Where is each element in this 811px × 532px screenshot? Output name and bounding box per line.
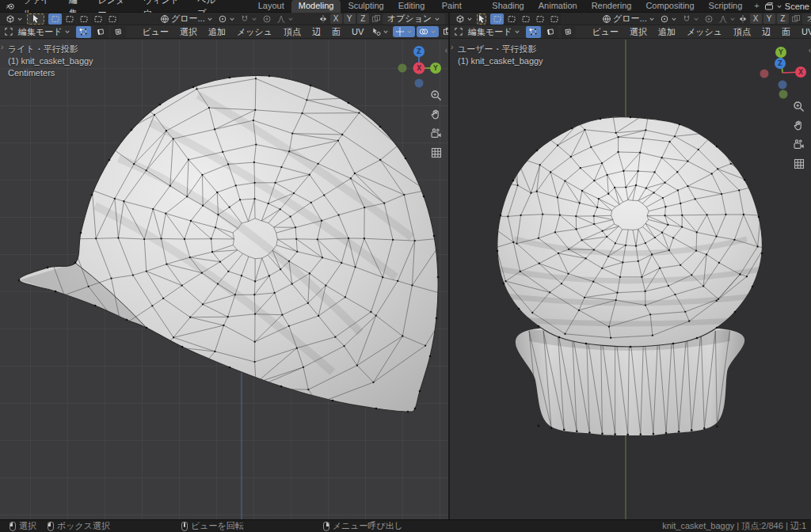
- header-menu-5[interactable]: 辺: [756, 25, 776, 39]
- header-menu-6[interactable]: 面: [776, 25, 796, 39]
- viewport-left-canvas[interactable]: ライト・平行投影 (1) knit_casket_baggy Centimete…: [0, 40, 448, 519]
- vertex-select-button[interactable]: [76, 26, 91, 38]
- snap-toggle[interactable]: [238, 13, 260, 25]
- sidebar-expand-arrow[interactable]: ‹: [445, 46, 447, 55]
- editor-type-button[interactable]: [3, 13, 25, 25]
- workspace-tab-1[interactable]: Modeling: [291, 0, 341, 13]
- select-intersect-button[interactable]: [105, 13, 119, 25]
- header-menu-2[interactable]: 追加: [653, 25, 681, 39]
- edge-select-button[interactable]: [543, 26, 558, 38]
- workspace-tab-4[interactable]: Texture Paint: [435, 0, 485, 13]
- header-menu-0[interactable]: ビュー: [137, 25, 175, 39]
- mirror-axis-button-1[interactable]: Y: [344, 13, 356, 24]
- navigation-gizmo[interactable]: Y Z X: [756, 41, 808, 101]
- header-menu-7[interactable]: UV: [346, 25, 369, 39]
- add-workspace-button[interactable]: +: [749, 0, 763, 12]
- pivot-point-dropdown[interactable]: [215, 13, 238, 25]
- mirror-axis-button-1[interactable]: Y: [763, 13, 775, 24]
- select-invert-button[interactable]: [91, 13, 105, 25]
- mode-dropdown[interactable]: 編集モード: [466, 26, 523, 37]
- editor-corner-icon[interactable]: [454, 27, 463, 36]
- select-extend-button[interactable]: [63, 13, 76, 25]
- header-menu-2[interactable]: 追加: [203, 25, 231, 39]
- tool-options-dropdown[interactable]: オプション: [802, 13, 811, 25]
- face-select-button[interactable]: [561, 26, 576, 38]
- tweak-tool-button[interactable]: [477, 13, 486, 25]
- edge-select-button[interactable]: [93, 26, 109, 38]
- workspace-tab-3[interactable]: UV Editing: [391, 0, 435, 13]
- toolbar-expand-arrow[interactable]: ›: [1, 43, 3, 51]
- navigation-gizmo[interactable]: Z Y X: [393, 41, 445, 90]
- blender-logo-icon[interactable]: [3, 0, 17, 13]
- header-menu-7[interactable]: UV: [796, 25, 811, 39]
- gizmo-axis-neg-y[interactable]: [779, 90, 788, 99]
- workspace-tab-0[interactable]: Layout: [251, 0, 291, 13]
- snap-toggle[interactable]: [680, 13, 702, 25]
- show-gizmo-toggle[interactable]: [393, 26, 415, 37]
- select-set-button[interactable]: [490, 13, 504, 25]
- editor-3d-viewport-icon: [6, 14, 15, 24]
- zoom-icon[interactable]: [429, 89, 443, 102]
- header-menu-0[interactable]: ビュー: [587, 25, 625, 39]
- pan-hand-icon[interactable]: [429, 108, 443, 121]
- editor-type-button[interactable]: [453, 13, 475, 25]
- select-subtract-button[interactable]: [519, 13, 532, 25]
- sidebar-expand-arrow[interactable]: ‹: [809, 46, 811, 55]
- zoom-icon[interactable]: [792, 100, 805, 113]
- pan-hand-icon[interactable]: [792, 119, 805, 132]
- gizmo-axis-neg-z[interactable]: [779, 81, 787, 89]
- workspace-tab-8[interactable]: Compositing: [638, 0, 701, 13]
- pivot-point-dropdown[interactable]: [657, 13, 680, 25]
- header-menu-1[interactable]: 選択: [624, 25, 653, 39]
- workspace-tab-5[interactable]: Shading: [485, 0, 531, 13]
- header-menu-5[interactable]: 辺: [307, 25, 326, 39]
- select-intersect-button[interactable]: [547, 13, 561, 25]
- viewport-left[interactable]: グロー... XYZ オプション 編集モード: [0, 13, 448, 519]
- camera-view-icon[interactable]: [792, 138, 805, 151]
- select-invert-button[interactable]: [533, 13, 546, 25]
- chevron-down-icon: [671, 16, 677, 22]
- workspace-tab-7[interactable]: Rendering: [584, 0, 639, 13]
- mirror-axis-button-2[interactable]: Z: [777, 13, 789, 24]
- proportional-editing-toggle[interactable]: [260, 13, 274, 25]
- header-menu-4[interactable]: 頂点: [728, 25, 756, 39]
- select-set-button[interactable]: [48, 13, 62, 25]
- tool-options-dropdown[interactable]: オプション: [383, 13, 445, 25]
- header-menu-3[interactable]: メッシュ: [231, 25, 278, 39]
- proportional-falloff-dropdown[interactable]: [716, 13, 738, 25]
- header-menu-1[interactable]: 選択: [174, 25, 203, 39]
- face-select-button[interactable]: [111, 26, 126, 38]
- mirror-axis-button-2[interactable]: Z: [357, 13, 369, 24]
- workspace-tab-9[interactable]: Scripting: [702, 0, 750, 13]
- workspace-tab-6[interactable]: Animation: [531, 0, 584, 13]
- gizmo-axis-neg-z[interactable]: [415, 79, 424, 88]
- vertex-select-button[interactable]: [526, 26, 541, 38]
- orthographic-toggle-icon[interactable]: [429, 146, 443, 159]
- proportional-editing-toggle[interactable]: [702, 13, 716, 25]
- camera-view-icon[interactable]: [429, 127, 443, 140]
- viewport-right-canvas[interactable]: ユーザー・平行投影 (1) knit_casket_baggy › ‹ Y Z …: [450, 40, 811, 519]
- mode-dropdown[interactable]: 編集モード: [16, 26, 73, 37]
- select-extend-button[interactable]: [504, 13, 518, 25]
- gizmo-axis-neg-x[interactable]: [760, 70, 769, 78]
- visibility-filter-dropdown[interactable]: [369, 26, 391, 37]
- toolbar-expand-arrow[interactable]: ›: [451, 43, 453, 51]
- select-subtract-button[interactable]: [77, 13, 90, 25]
- tweak-tool-button[interactable]: [27, 13, 44, 25]
- header-menu-3[interactable]: メッシュ: [681, 25, 728, 39]
- xray-toggle[interactable]: [440, 26, 448, 37]
- show-overlays-toggle[interactable]: [417, 26, 439, 37]
- header-menu-4[interactable]: 頂点: [278, 25, 307, 39]
- mirror-axis-button-0[interactable]: X: [750, 13, 762, 24]
- orthographic-toggle-icon[interactable]: [792, 157, 805, 170]
- scene-selector[interactable]: Scene: [764, 2, 811, 11]
- transform-orientation-dropdown[interactable]: グロー...: [600, 13, 657, 25]
- proportional-falloff-dropdown[interactable]: [274, 13, 296, 25]
- transform-orientation-dropdown[interactable]: グロー...: [158, 13, 215, 25]
- mirror-axis-button-0[interactable]: X: [330, 13, 342, 24]
- workspace-tab-2[interactable]: Sculpting: [341, 0, 390, 13]
- viewport-right[interactable]: グロー... XYZ オプション 編集モード: [450, 13, 811, 519]
- editor-corner-icon[interactable]: [4, 27, 13, 36]
- gizmo-axis-neg-y[interactable]: [398, 64, 407, 73]
- header-menu-6[interactable]: 面: [326, 25, 346, 39]
